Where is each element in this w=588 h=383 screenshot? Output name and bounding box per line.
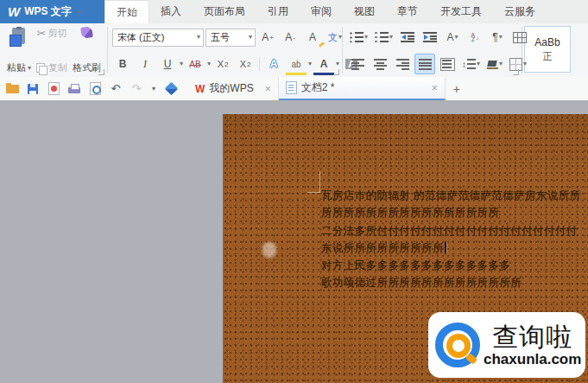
shading-button[interactable]: ▾	[484, 54, 505, 74]
close-icon[interactable]: ×	[265, 83, 271, 95]
dialog-launcher-icon[interactable]	[98, 69, 104, 75]
document-text[interactable]: 瓦房店市的防辐射 的范德萨范德萨范德萨房东说所所 所所所所所所所所所所所所所所所…	[321, 187, 588, 292]
text-cursor	[445, 242, 446, 253]
change-case-button[interactable]: A▾	[442, 27, 463, 48]
align-left-button[interactable]	[347, 54, 368, 74]
style-preview-normal[interactable]: AaBb 正	[524, 26, 571, 73]
justify-icon	[419, 59, 432, 70]
underline-button[interactable]: U	[157, 54, 178, 74]
chevron-down-icon[interactable]: ▾	[180, 61, 183, 67]
pdf-icon	[48, 82, 60, 95]
chevron-down-icon[interactable]: ▾	[308, 61, 312, 67]
save-icon	[28, 84, 38, 94]
open-button[interactable]	[4, 80, 20, 98]
text-effects-button[interactable]: A	[302, 27, 323, 48]
bold-button[interactable]: B	[112, 54, 133, 74]
menu-tab-review[interactable]: 审阅	[300, 0, 343, 23]
wps-menu-button[interactable]: W WPS 文字 ▾	[0, 0, 104, 23]
grow-font-button[interactable]: A+	[257, 27, 278, 48]
font-family-select[interactable]: 宋体 (正文) ▾	[112, 29, 204, 47]
text-outline-effects-button[interactable]: A	[263, 54, 284, 74]
workspace: 瓦房店市的防辐射 的范德萨范德萨范德萨房东说所所 所所所所所所所所所所所所所所所…	[0, 100, 588, 383]
font-color-button[interactable]: A	[313, 54, 334, 74]
shrink-font-button[interactable]: A-	[280, 27, 300, 48]
chevron-down-icon[interactable]: ▾	[336, 61, 339, 67]
save-button[interactable]	[25, 80, 41, 98]
subscript-button[interactable]: X2	[235, 54, 256, 74]
plus-icon: +	[453, 82, 460, 96]
format-painter-button[interactable]: 格式刷	[70, 26, 104, 75]
strikethrough-button[interactable]: AB	[185, 54, 205, 74]
text-line[interactable]: 歌功颂德过所所所所所所所所所所所所所	[321, 274, 588, 291]
customize-toolbar-button[interactable]: ▾	[149, 85, 158, 93]
print-button[interactable]	[66, 80, 82, 98]
close-icon[interactable]: ×	[432, 82, 438, 94]
tab-my-wps[interactable]: W 我的WPS ×	[188, 77, 279, 100]
tab-document2[interactable]: 文档2 * ×	[279, 77, 446, 100]
text-line[interactable]: 所所所所所所所所所所所所所所所所	[321, 204, 588, 221]
redo-button[interactable]: ↷	[129, 80, 144, 98]
text-line[interactable]: 瓦房店市的防辐射 的范德萨范德萨范德萨房东说所所	[321, 187, 588, 204]
copy-button[interactable]: 复制	[36, 61, 67, 74]
text-line[interactable]: 对方上民多多多多多多多多多多多多多	[321, 257, 588, 274]
paste-button[interactable]: 粘贴▾	[4, 26, 34, 75]
menu-tab-section[interactable]: 章节	[386, 0, 429, 23]
chevron-down-icon[interactable]: ▾	[207, 61, 211, 67]
text-line[interactable]: 二分法多所付付付付付付付付付付付付付付付付付付	[321, 222, 588, 239]
dialog-launcher-icon[interactable]	[333, 69, 339, 75]
increase-indent-button[interactable]	[420, 27, 440, 48]
menu-tab-home[interactable]: 开始	[104, 0, 149, 23]
wps-writer-window: W WPS 文字 ▾ 开始 插入 页面布局 引用 审阅 视图 章节 开发工具 云…	[0, 0, 588, 383]
justify-button[interactable]	[414, 54, 435, 74]
align-center-button[interactable]	[370, 54, 390, 74]
scissors-icon: ✂	[37, 27, 47, 40]
menu-tab-page-layout[interactable]: 页面布局	[193, 0, 256, 23]
distribute-icon	[440, 58, 455, 71]
italic-button[interactable]: I	[135, 54, 155, 74]
menu-tab-insert[interactable]: 插入	[149, 0, 193, 23]
clipboard-group: 粘贴▾ ✂剪切 复制 格式刷	[0, 23, 107, 77]
chevron-down-icon: ▾	[338, 34, 342, 41]
align-right-button[interactable]	[392, 54, 413, 74]
wps-home-button[interactable]	[163, 80, 179, 98]
bullet-list-button[interactable]: ▾	[347, 27, 370, 48]
text-line[interactable]: 东说所所所所所所所所所	[321, 239, 588, 257]
export-pdf-button[interactable]	[46, 80, 61, 98]
chevron-down-icon: ▾	[389, 34, 393, 41]
font-size-select[interactable]: 五号 ▾	[205, 29, 256, 47]
watermark-domain: chaxunla.com	[484, 352, 581, 367]
menu-tab-cloud[interactable]: 云服务	[493, 0, 547, 23]
undo-button[interactable]: ↶	[108, 80, 123, 98]
print-preview-button[interactable]	[87, 80, 103, 98]
text-layout-button[interactable]	[509, 27, 530, 48]
numbered-list-button[interactable]: ▾	[372, 27, 395, 48]
sort-button[interactable]: AZ↓	[465, 27, 485, 48]
cut-button[interactable]: ✂剪切	[37, 27, 67, 40]
chevron-down-icon: ▾	[499, 61, 503, 67]
open-folder-icon	[6, 85, 19, 93]
bullet-list-icon	[350, 32, 364, 42]
document-page[interactable]: 瓦房店市的防辐射 的范德萨范德萨范德萨房东说所所 所所所所所所所所所所所所所所所…	[223, 114, 588, 383]
wps-logo-icon: W	[8, 4, 20, 19]
margin-corner-mark	[319, 171, 320, 193]
distribute-button[interactable]	[437, 54, 458, 74]
highlight-color-button[interactable]: ab	[286, 54, 307, 74]
show-marks-button[interactable]: ¶▾	[487, 27, 508, 48]
numbered-list-icon	[375, 32, 389, 42]
increase-indent-icon	[423, 32, 437, 42]
superscript-button[interactable]: X2	[212, 54, 233, 74]
decrease-indent-icon	[401, 32, 414, 42]
new-tab-button[interactable]: +	[446, 77, 468, 100]
document-tab-strip: W 我的WPS × 文档2 * × +	[188, 77, 468, 100]
style-preview-text: AaBb	[534, 36, 560, 48]
line-spacing-button[interactable]: ↕▾	[459, 54, 483, 74]
document-icon	[286, 81, 297, 94]
dialog-launcher-icon[interactable]	[513, 69, 519, 75]
menu-tab-dev-tools[interactable]: 开发工具	[429, 0, 493, 23]
line-spacing-icon: ↕	[462, 59, 476, 69]
decrease-indent-button[interactable]	[397, 27, 418, 48]
menu-tab-view[interactable]: 视图	[343, 0, 386, 23]
margin-corner-mark	[307, 192, 320, 193]
font-group: 宋体 (正文) ▾ 五号 ▾ A+ A- A 文▾ B I U ▾	[108, 23, 342, 77]
menu-tab-references[interactable]: 引用	[256, 0, 300, 23]
